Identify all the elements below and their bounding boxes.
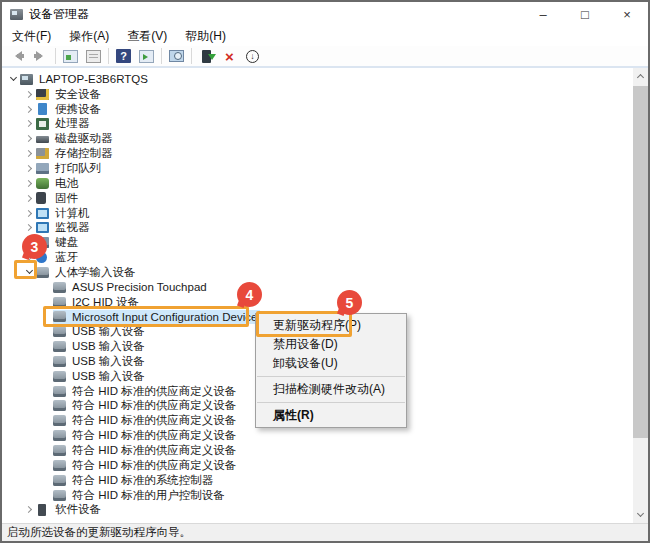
scrollbar-down-icon[interactable] <box>633 507 648 523</box>
tree-item-software-devices[interactable]: 软件设备 <box>2 502 633 517</box>
tree-item-hid-user-control-device[interactable]: 符合 HID 标准的用户控制设备 <box>2 488 633 503</box>
tree-item-security-devices[interactable]: 安全设备 <box>2 87 633 102</box>
chevron-collapsed-icon[interactable] <box>23 225 36 230</box>
disable-icon: ↓ <box>246 50 259 63</box>
close-button[interactable]: × <box>606 2 648 27</box>
tree-item-label: USB 输入设备 <box>72 339 145 354</box>
maximize-button[interactable]: □ <box>564 2 606 27</box>
tree-item-storage-controllers[interactable]: 存储控制器 <box>2 146 633 161</box>
scrollbar-up-icon[interactable] <box>633 68 648 84</box>
tree-item-label: 安全设备 <box>55 87 101 102</box>
tree-item-label: 蓝牙 <box>55 250 78 265</box>
tree-item-asus-precision-touchpad[interactable]: ASUS Precision Touchpad <box>2 280 633 295</box>
chevron-expanded-icon[interactable] <box>7 78 20 80</box>
chevron-collapsed-icon[interactable] <box>23 181 36 186</box>
scrollbar-thumb[interactable] <box>633 86 648 438</box>
vertical-scrollbar[interactable] <box>633 68 648 523</box>
hid-device-icon <box>53 460 66 471</box>
hid-device-icon <box>53 490 66 501</box>
chevron-collapsed-icon[interactable] <box>23 121 36 126</box>
uninstall-device-button[interactable]: × <box>218 47 241 66</box>
chevron-collapsed-icon[interactable] <box>23 151 36 156</box>
tree-item-human-interface-devices[interactable]: 人体学输入设备 <box>2 265 633 280</box>
tree-item-portable-devices[interactable]: 便携设备 <box>2 102 633 117</box>
back-button[interactable] <box>6 47 29 66</box>
menu-item-properties[interactable]: 属性(R) <box>256 406 406 425</box>
tree-item-label: 符合 HID 标准的供应商定义设备 <box>72 428 236 443</box>
chevron-collapsed-icon[interactable] <box>23 166 36 171</box>
tree-item-label: 电池 <box>55 176 78 191</box>
tree-item-keyboards[interactable]: 键盘 <box>2 235 633 250</box>
chevron-collapsed-icon[interactable] <box>23 107 36 112</box>
menu-help[interactable]: 帮助(H) <box>179 28 238 45</box>
computer-icon <box>36 208 49 219</box>
tree-item-label: USB 输入设备 <box>72 354 145 369</box>
chevron-collapsed-icon[interactable] <box>23 211 36 216</box>
minimize-button[interactable]: – <box>522 2 564 27</box>
toolbar-separator <box>191 48 192 64</box>
menu-action[interactable]: 操作(A) <box>63 28 121 45</box>
tree-item-firmware[interactable]: 固件 <box>2 191 633 206</box>
tree-item-print-queues[interactable]: 打印队列 <box>2 161 633 176</box>
status-bar: 启动所选设备的更新驱动程序向导。 <box>2 523 648 541</box>
hid-category-icon <box>36 267 49 278</box>
help-button[interactable]: ? <box>112 47 135 66</box>
tree-item-monitors[interactable]: 监视器 <box>2 220 633 235</box>
hid-device-icon <box>53 400 66 411</box>
tree-item-hid-vendor-defined-6[interactable]: 符合 HID 标准的供应商定义设备 <box>2 458 633 473</box>
tree-item-root-computer[interactable]: LAPTOP-E3B6RTQS <box>2 72 633 87</box>
tree-item-label: 便携设备 <box>55 102 101 117</box>
chevron-collapsed-icon[interactable] <box>23 136 36 141</box>
tree-item-label: ASUS Precision Touchpad <box>72 281 207 293</box>
menu-separator <box>257 376 405 377</box>
properties-button[interactable] <box>82 47 105 66</box>
scan-hardware-button[interactable] <box>165 47 188 66</box>
hid-device-icon <box>53 415 66 426</box>
disable-device-button[interactable]: ↓ <box>241 47 264 66</box>
tree-item-label: 符合 HID 标准的供应商定义设备 <box>72 398 236 413</box>
forward-button[interactable] <box>29 47 52 66</box>
tree-item-label: 符合 HID 标准的供应商定义设备 <box>72 458 236 473</box>
tree-item-label: 符合 HID 标准的供应商定义设备 <box>72 413 236 428</box>
chevron-collapsed-icon[interactable] <box>23 507 36 512</box>
annotation-box-selected-device <box>43 306 249 327</box>
menu-view[interactable]: 查看(V) <box>121 28 179 45</box>
tree-item-label: 打印队列 <box>55 161 101 176</box>
menu-file[interactable]: 文件(F) <box>6 28 63 45</box>
window-title: 设备管理器 <box>29 6 89 23</box>
tree-item-label: 监视器 <box>55 220 90 235</box>
device-tree: LAPTOP-E3B6RTQS 安全设备 便携设备 处理器 磁盘驱动器 存储控制 <box>2 68 633 523</box>
hid-device-icon <box>53 326 66 337</box>
menu-item-uninstall-device[interactable]: 卸载设备(U) <box>256 354 406 373</box>
chevron-collapsed-icon[interactable] <box>23 196 36 201</box>
toolbar-separator <box>108 48 109 64</box>
tree-item-processors[interactable]: 处理器 <box>2 117 633 132</box>
tree-item-disk-drives[interactable]: 磁盘驱动器 <box>2 131 633 146</box>
tree-item-label: 人体学输入设备 <box>55 265 136 280</box>
menu-item-scan-hardware-changes[interactable]: 扫描检测硬件改动(A) <box>256 380 406 399</box>
tree-item-bluetooth[interactable]: 蓝牙 <box>2 250 633 265</box>
tree-item-hid-system-controller[interactable]: 符合 HID 标准的系统控制器 <box>2 473 633 488</box>
hid-device-icon <box>53 371 66 382</box>
monitors-icon <box>36 222 49 233</box>
tree-item-batteries[interactable]: 电池 <box>2 176 633 191</box>
console-window-button[interactable] <box>59 47 82 66</box>
security-devices-icon <box>36 89 49 100</box>
tree-item-label: 符合 HID 标准的用户控制设备 <box>72 488 225 503</box>
toolbar-separator <box>161 48 162 64</box>
print-queues-icon <box>36 163 49 174</box>
annotation-box-update-driver <box>256 311 352 337</box>
menu-bar: 文件(F) 操作(A) 查看(V) 帮助(H) <box>2 27 648 46</box>
action-pane-button[interactable] <box>135 47 158 66</box>
chevron-collapsed-icon[interactable] <box>23 92 36 97</box>
tree-item-hid-vendor-defined-5[interactable]: 符合 HID 标准的供应商定义设备 <box>2 443 633 458</box>
window-controls: – □ × <box>522 2 648 27</box>
software-devices-icon <box>38 504 46 516</box>
tree-item-computer[interactable]: 计算机 <box>2 206 633 221</box>
annotation-box-expand-chevron <box>14 260 37 279</box>
tree-item-hid-vendor-defined-4[interactable]: 符合 HID 标准的供应商定义设备 <box>2 428 633 443</box>
hid-device-icon <box>53 430 66 441</box>
hid-device-icon <box>53 356 66 367</box>
update-driver-button[interactable] <box>195 47 218 66</box>
menu-item-disable-device[interactable]: 禁用设备(D) <box>256 335 406 354</box>
